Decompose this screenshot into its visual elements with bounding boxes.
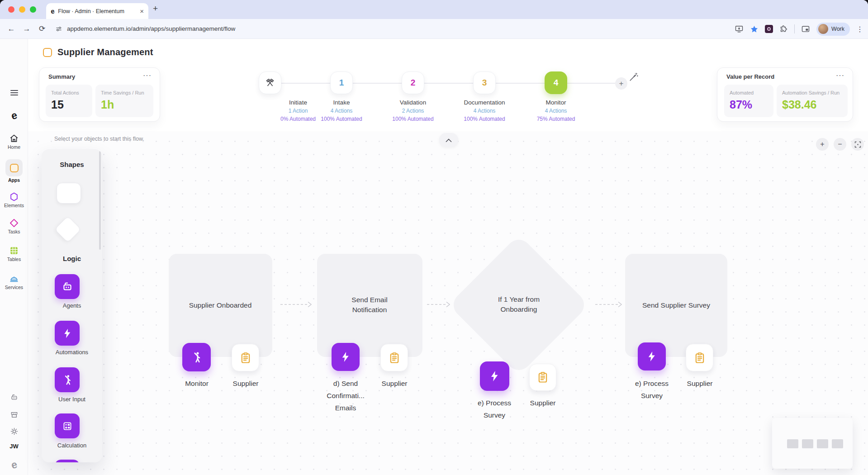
step-automated: 75% Automated xyxy=(520,116,592,122)
step-documentation-badge[interactable]: 3 xyxy=(473,71,496,94)
add-step-button[interactable]: + xyxy=(615,77,627,90)
password-manager-extension-icon[interactable] xyxy=(765,25,773,33)
stat-value: 1h xyxy=(101,98,148,111)
install-app-icon[interactable] xyxy=(735,24,744,33)
value-per-record-card: Value per Record ··· Automated 87% Autom… xyxy=(717,67,853,122)
step-actions: 2 Actions xyxy=(377,108,449,114)
traffic-light-zoom[interactable] xyxy=(30,6,36,13)
tab-media-icon[interactable] xyxy=(801,24,810,33)
summary-card: Summary ··· Total Actions 15 Time Saving… xyxy=(39,67,160,122)
palette-automations-label: Automations xyxy=(42,349,102,356)
action-tile-process-survey[interactable] xyxy=(480,361,509,391)
profile-label: Work xyxy=(831,26,844,32)
sidebar-item-elements[interactable]: Elements xyxy=(0,192,28,208)
stepper-connector-line xyxy=(270,83,621,84)
sidebar-label-services: Services xyxy=(0,285,28,290)
node-title: Send Email Notification xyxy=(342,295,397,315)
flow-connector xyxy=(594,301,624,308)
action-tile-send-confirmation[interactable] xyxy=(332,343,360,371)
extensions-puzzle-icon[interactable] xyxy=(779,25,788,33)
marketplace-icon[interactable] xyxy=(0,410,28,419)
step-intake-badge[interactable]: 1 xyxy=(330,71,353,94)
shape-diamond[interactable] xyxy=(54,216,81,242)
step-validation-badge[interactable]: 2 xyxy=(402,71,424,94)
stat-automation-savings: Automation Savings / Run $38.46 xyxy=(777,85,848,117)
sidebar-item-tables[interactable]: Tables xyxy=(0,246,28,262)
sidebar-item-home[interactable]: Home xyxy=(0,133,28,150)
fit-view-button[interactable] xyxy=(851,138,864,151)
user-initials[interactable]: JW xyxy=(0,443,28,450)
palette-agents-tile[interactable] xyxy=(55,274,80,299)
traffic-light-minimize[interactable] xyxy=(19,6,25,13)
shape-rectangle[interactable] xyxy=(57,183,81,204)
action-label: e) Process Survey xyxy=(471,397,518,421)
palette-scrollbar[interactable] xyxy=(99,151,101,250)
action-label: Monitor xyxy=(172,377,222,390)
record-label: Supplier xyxy=(370,377,419,390)
palette-user-input-tile[interactable] xyxy=(55,367,80,392)
browser-tab[interactable]: e Flow · Admin · Elementum × xyxy=(46,3,148,19)
browser-profile-button[interactable]: Work xyxy=(816,23,850,36)
palette-calculation-tile[interactable] xyxy=(55,413,80,438)
calculator-icon xyxy=(62,420,73,432)
zoom-out-button[interactable]: − xyxy=(834,138,846,151)
tab-close-icon[interactable]: × xyxy=(140,7,144,15)
browser-tab-strip: e Flow · Admin · Elementum × + xyxy=(0,0,868,19)
app-sidebar: e Home Apps Elements Tasks xyxy=(0,39,28,475)
step-initiate-icon[interactable] xyxy=(259,71,281,94)
record-tile-supplier[interactable] xyxy=(529,364,556,391)
reload-button[interactable]: ⟳ xyxy=(34,24,50,33)
forward-button[interactable]: → xyxy=(19,24,34,33)
settings-gear-icon[interactable] xyxy=(0,427,28,436)
agents-shortcut-icon[interactable] xyxy=(0,393,28,402)
value-card-menu-icon[interactable]: ··· xyxy=(836,71,844,80)
summary-card-menu-icon[interactable]: ··· xyxy=(143,71,152,80)
bookmark-star-icon[interactable] xyxy=(750,25,759,33)
minimap-node xyxy=(832,439,843,448)
clipboard-icon xyxy=(388,352,401,364)
site-info-icon[interactable] xyxy=(55,25,62,33)
record-label: Supplier xyxy=(221,377,270,390)
sidebar-item-services[interactable]: Services xyxy=(0,274,28,290)
record-tile-supplier[interactable] xyxy=(232,344,259,371)
palette-automations-tile[interactable] xyxy=(55,321,80,346)
apps-icon xyxy=(5,159,23,176)
sidebar-item-apps[interactable]: Apps xyxy=(0,159,28,183)
back-button[interactable]: ← xyxy=(4,24,19,33)
step-label: Documentation xyxy=(448,99,521,106)
flow-minimap[interactable] xyxy=(772,418,853,469)
stat-label: Automated xyxy=(730,90,768,95)
record-tile-supplier[interactable] xyxy=(380,344,408,371)
browser-menu-icon[interactable]: ⋮ xyxy=(856,25,863,33)
step-monitor-badge[interactable]: 4 xyxy=(545,71,567,94)
record-tile-supplier[interactable] xyxy=(686,344,713,371)
action-label: e) Process Survey xyxy=(628,377,675,402)
stat-label: Automation Savings / Run xyxy=(782,90,842,95)
browser-toolbar: ← → ⟳ appdemo.elementum.io/admin/apps/su… xyxy=(0,19,868,39)
clipboard-icon xyxy=(693,352,706,364)
traffic-light-close[interactable] xyxy=(8,6,14,13)
zoom-in-button[interactable]: + xyxy=(816,138,829,151)
action-tile-process-survey[interactable] xyxy=(638,342,666,370)
step-label: Monitor xyxy=(520,99,592,106)
palette-agents-label: Agents xyxy=(42,302,102,309)
new-tab-button[interactable]: + xyxy=(153,4,158,14)
step-automated: 100% Automated xyxy=(377,116,449,122)
stat-value: 15 xyxy=(51,98,87,111)
node-title: Supplier Onboarded xyxy=(184,300,256,310)
flow-connector xyxy=(280,301,314,308)
app-icon xyxy=(43,48,52,57)
address-bar[interactable]: appdemo.elementum.io/admin/apps/supplier… xyxy=(67,25,235,32)
step-automated: 100% Automated xyxy=(448,116,521,122)
palette-next-tile-partial[interactable] xyxy=(55,460,80,462)
sidebar-item-tasks[interactable]: Tasks xyxy=(0,218,28,234)
step-label: Validation xyxy=(377,99,449,106)
shapes-palette: Shapes Logic Agents Automations xyxy=(42,149,102,462)
action-tile-monitor[interactable] xyxy=(182,343,211,371)
collapse-header-button[interactable] xyxy=(439,133,458,147)
fit-view-icon xyxy=(854,141,861,148)
value-card-title: Value per Record xyxy=(726,73,774,80)
decision-title: If 1 Year from Onboarding xyxy=(492,294,546,314)
hamburger-menu-icon[interactable] xyxy=(0,89,28,97)
magic-wand-icon[interactable] xyxy=(629,72,639,82)
